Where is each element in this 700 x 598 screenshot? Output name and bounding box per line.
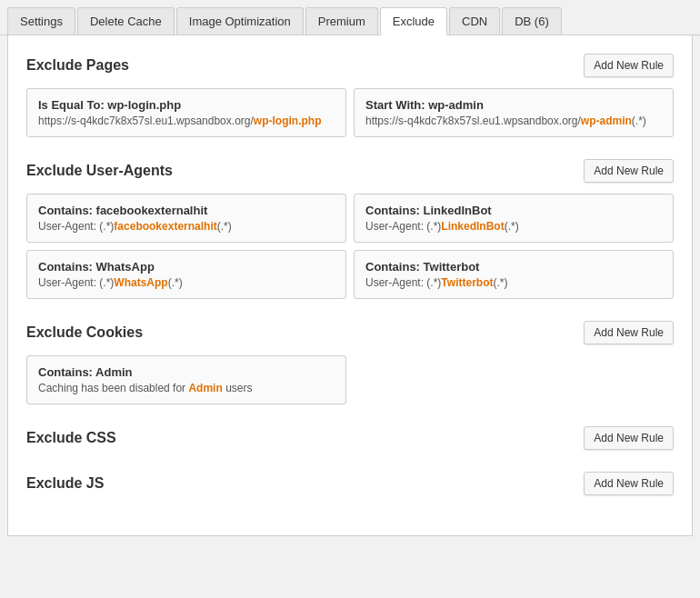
cookie-rule-1-suffix: users bbox=[223, 382, 253, 394]
tab-db[interactable]: DB (6) bbox=[502, 7, 562, 35]
page-rule-1-highlight: wp-login.php bbox=[254, 115, 322, 127]
page-rule-1-prefix: https://s-q4kdc7k8x57sl.eu1.wpsandbox.or… bbox=[38, 115, 254, 127]
useragents-rules-grid: Contains: facebookexternalhit User-Agent… bbox=[26, 194, 674, 299]
page-rule-1-title: Is Equal To: wp-login.php bbox=[38, 98, 335, 112]
tab-delete-cache[interactable]: Delete Cache bbox=[77, 7, 175, 35]
section-header-css: Exclude CSS Add New Rule bbox=[26, 426, 674, 450]
add-rule-js-button[interactable]: Add New Rule bbox=[584, 472, 674, 495]
section-exclude-useragents: Exclude User-Agents Add New Rule Contain… bbox=[26, 159, 674, 299]
add-rule-css-button[interactable]: Add New Rule bbox=[584, 426, 674, 450]
ua-rule-4-suffix: (.*) bbox=[493, 276, 507, 289]
content-area: Exclude Pages Add New Rule Is Equal To: … bbox=[7, 35, 693, 536]
ua-rule-1-prefix: User-Agent: (.*) bbox=[38, 220, 114, 233]
section-header-js: Exclude JS Add New Rule bbox=[26, 472, 674, 495]
ua-rule-1-highlight: facebookexternalhit bbox=[114, 220, 216, 233]
ua-rule-2-highlight: LinkedInBot bbox=[441, 220, 504, 233]
tab-premium[interactable]: Premium bbox=[305, 7, 378, 35]
tab-image-optimization[interactable]: Image Optimization bbox=[176, 7, 304, 35]
cookie-rule-1-prefix: Caching has been disabled for bbox=[38, 382, 188, 394]
tab-cdn[interactable]: CDN bbox=[449, 7, 500, 35]
ua-rule-3-detail: User-Agent: (.*)WhatsApp(.*) bbox=[38, 276, 335, 289]
section-exclude-cookies: Exclude Cookies Add New Rule Contains: A… bbox=[26, 321, 674, 404]
page-rule-2-detail: https://s-q4kdc7k8x57sl.eu1.wpsandbox.or… bbox=[365, 115, 662, 127]
page-rule-1: Is Equal To: wp-login.php https://s-q4kd… bbox=[26, 88, 346, 137]
ua-rule-3-prefix: User-Agent: (.*) bbox=[38, 276, 114, 289]
section-exclude-js: Exclude JS Add New Rule bbox=[26, 472, 674, 495]
pages-rules-grid: Is Equal To: wp-login.php https://s-q4kd… bbox=[26, 88, 674, 137]
section-header-cookies: Exclude Cookies Add New Rule bbox=[26, 321, 674, 344]
cookie-rule-1-highlight: Admin bbox=[188, 382, 222, 394]
ua-rule-3-suffix: (.*) bbox=[168, 276, 183, 289]
ua-rule-2-suffix: (.*) bbox=[505, 220, 519, 233]
section-header-useragents: Exclude User-Agents Add New Rule bbox=[26, 159, 674, 183]
ua-rule-4-detail: User-Agent: (.*)Twitterbot(.*) bbox=[365, 276, 662, 289]
ua-rule-1-detail: User-Agent: (.*)facebookexternalhit(.*) bbox=[38, 220, 335, 233]
ua-rule-2: Contains: LinkedInBot User-Agent: (.*)Li… bbox=[354, 194, 674, 243]
ua-rule-1: Contains: facebookexternalhit User-Agent… bbox=[26, 194, 346, 243]
tabs-bar: Settings Delete Cache Image Optimization… bbox=[0, 0, 700, 35]
cookie-rule-1: Contains: Admin Caching has been disable… bbox=[26, 355, 346, 404]
section-exclude-pages: Exclude Pages Add New Rule Is Equal To: … bbox=[26, 54, 674, 137]
page-rule-2-highlight: wp-admin bbox=[581, 115, 632, 127]
page-rule-2-title: Start With: wp-admin bbox=[365, 98, 662, 112]
page-rule-2-suffix: (.*) bbox=[632, 115, 646, 127]
ua-rule-4: Contains: Twitterbot User-Agent: (.*)Twi… bbox=[354, 250, 674, 299]
ua-rule-2-prefix: User-Agent: (.*) bbox=[365, 220, 441, 233]
section-title-js: Exclude JS bbox=[26, 475, 104, 492]
ua-rule-3: Contains: WhatsApp User-Agent: (.*)Whats… bbox=[26, 250, 346, 299]
ua-rule-2-title: Contains: LinkedInBot bbox=[365, 204, 662, 217]
page-rule-2-prefix: https://s-q4kdc7k8x57sl.eu1.wpsandbox.or… bbox=[365, 115, 581, 127]
cookie-rule-1-title: Contains: Admin bbox=[38, 365, 335, 379]
add-rule-pages-button[interactable]: Add New Rule bbox=[584, 54, 674, 77]
page-rule-2: Start With: wp-admin https://s-q4kdc7k8x… bbox=[354, 88, 674, 137]
tab-exclude[interactable]: Exclude bbox=[380, 7, 447, 35]
ua-rule-4-prefix: User-Agent: (.*) bbox=[365, 276, 441, 289]
ua-rule-3-title: Contains: WhatsApp bbox=[38, 260, 335, 274]
ua-rule-1-title: Contains: facebookexternalhit bbox=[38, 204, 335, 217]
ua-rule-1-suffix: (.*) bbox=[217, 220, 232, 233]
section-title-css: Exclude CSS bbox=[26, 430, 116, 446]
ua-rule-3-highlight: WhatsApp bbox=[114, 276, 167, 289]
cookie-rule-1-detail: Caching has been disabled for Admin user… bbox=[38, 382, 335, 394]
ua-rule-4-highlight: Twitterbot bbox=[441, 276, 493, 289]
section-exclude-css: Exclude CSS Add New Rule bbox=[26, 426, 674, 450]
add-rule-cookies-button[interactable]: Add New Rule bbox=[584, 321, 674, 344]
tab-settings[interactable]: Settings bbox=[7, 7, 75, 35]
section-title-cookies: Exclude Cookies bbox=[26, 324, 143, 341]
ua-rule-4-title: Contains: Twitterbot bbox=[365, 260, 662, 274]
section-header-pages: Exclude Pages Add New Rule bbox=[26, 54, 674, 77]
add-rule-useragents-button[interactable]: Add New Rule bbox=[584, 159, 674, 183]
section-title-useragents: Exclude User-Agents bbox=[26, 163, 173, 179]
ua-rule-2-detail: User-Agent: (.*)LinkedInBot(.*) bbox=[365, 220, 662, 233]
section-title-pages: Exclude Pages bbox=[26, 57, 129, 74]
page-rule-1-detail: https://s-q4kdc7k8x57sl.eu1.wpsandbox.or… bbox=[38, 115, 335, 127]
cookies-rules-grid: Contains: Admin Caching has been disable… bbox=[26, 355, 674, 404]
